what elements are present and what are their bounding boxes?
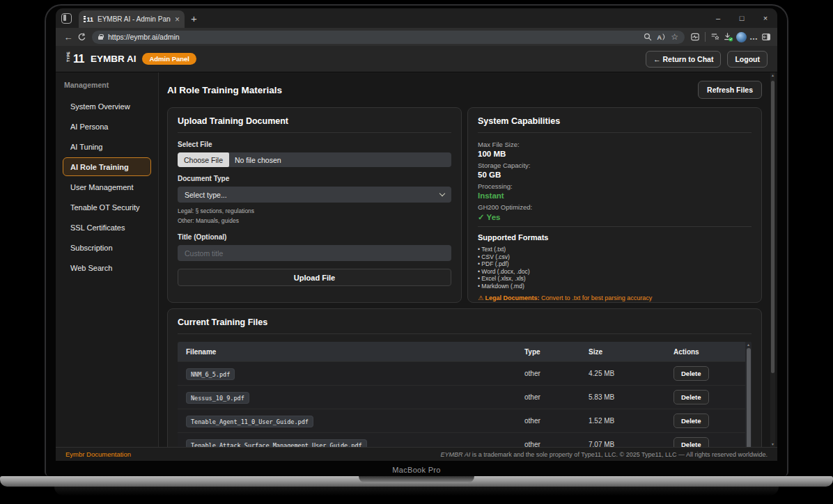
- browser-tab[interactable]: 11 EYMBR AI - Admin Panel ×: [79, 10, 185, 28]
- split-screen-icon[interactable]: [761, 32, 771, 42]
- downloads-icon[interactable]: [723, 32, 733, 42]
- table-scrollbar-thumb[interactable]: [747, 348, 751, 447]
- upload-file-button[interactable]: Upload File: [178, 269, 451, 286]
- choose-file-button[interactable]: Choose File: [178, 152, 229, 167]
- back-icon[interactable]: ←: [62, 33, 75, 42]
- max-file-size-label: Max File Size:: [478, 141, 752, 148]
- new-tab-button[interactable]: +: [191, 13, 197, 24]
- admin-page: TYPE 11 EYMBR AI Admin Panel ← Return to…: [56, 46, 777, 461]
- table-row: Nessus_10_9.pdf other 5.83 MB Delete: [178, 385, 752, 409]
- filename-badge: Nessus_10_9.pdf: [186, 392, 249, 404]
- sidebar-item-ssl-certificates[interactable]: SSL Certificates: [63, 218, 151, 237]
- delete-button[interactable]: Delete: [674, 366, 709, 381]
- filename-badge: Tenable_Attack_Surface_Management_User_G…: [186, 439, 367, 448]
- supported-formats-title: Supported Formats: [478, 233, 752, 242]
- custom-title-input[interactable]: Custom title: [178, 245, 451, 261]
- macbook-mockup: 11 EYMBR AI - Admin Panel × + – □ × ←: [0, 0, 833, 504]
- return-to-chat-button[interactable]: ← Return to Chat: [646, 51, 721, 68]
- tab-close-icon[interactable]: ×: [175, 15, 180, 24]
- lock-icon: [98, 36, 103, 40]
- processing-label: Processing:: [478, 182, 752, 190]
- training-files-card: Current Training Files Filename Type Siz…: [167, 308, 762, 447]
- table-header-row: Filename Type Size Actions: [178, 342, 752, 361]
- scroll-up-icon[interactable]: ▲: [770, 72, 775, 78]
- storage-capacity-value: 50 GB: [478, 171, 752, 179]
- column-actions: Actions: [674, 348, 752, 356]
- app-body: Management System Overview AI Persona AI…: [56, 72, 777, 447]
- delete-button[interactable]: Delete: [674, 437, 709, 447]
- collections-icon[interactable]: [710, 32, 720, 42]
- site-favicon-icon: 11: [84, 16, 93, 23]
- logout-button[interactable]: Logout: [727, 51, 768, 68]
- scroll-up-icon[interactable]: ▲: [745, 342, 752, 347]
- macbook-base: [0, 476, 833, 487]
- supported-formats-list: Text (.txt) CSV (.csv) PDF (.pdf) Word (…: [478, 246, 752, 290]
- main-content: AI Role Training Materials Refresh Files…: [159, 72, 777, 447]
- page-scrollbar-thumb[interactable]: [771, 81, 774, 373]
- storage-capacity-label: Storage Capacity:: [478, 162, 752, 169]
- filename-badge: NNM_6_5.pdf: [186, 368, 235, 380]
- profile-avatar[interactable]: [736, 32, 747, 42]
- refresh-files-button[interactable]: Refresh Files: [698, 81, 762, 99]
- gh200-value: ✓ Yes: [478, 212, 752, 222]
- macbook-label: MacBook Pro: [46, 466, 787, 474]
- warning-icon: ⚠: [478, 294, 483, 301]
- table-row: Tenable_Agent_11_0_User_Guide.pdf other …: [178, 409, 752, 432]
- sidebar-item-ai-role-training[interactable]: AI Role Training: [63, 157, 151, 176]
- files-card-title: Current Training Files: [178, 317, 752, 334]
- sidebar-section-label: Management: [64, 81, 151, 89]
- document-type-label: Document Type: [178, 175, 451, 182]
- sidebar-item-ai-tuning[interactable]: AI Tuning: [63, 137, 151, 156]
- processing-value: Instant: [478, 191, 752, 200]
- sidebar-item-user-management[interactable]: User Management: [63, 178, 151, 196]
- url-text: https://eymbr.ai/admin: [108, 33, 639, 41]
- column-type: Type: [524, 348, 589, 356]
- table-row: NNM_6_5.pdf other 4.25 MB Delete: [178, 361, 752, 385]
- files-table: Filename Type Size Actions NNM_6_5.pdf o…: [178, 342, 752, 447]
- zoom-search-icon[interactable]: [644, 33, 652, 41]
- sidebar-item-subscription[interactable]: Subscription: [63, 238, 151, 257]
- select-file-label: Select File: [178, 141, 451, 148]
- more-options-icon[interactable]: …: [749, 32, 758, 42]
- chevron-down-icon: [439, 191, 445, 196]
- brand-name: EYMBR AI: [91, 54, 137, 64]
- title-optional-label: Title (Optional): [178, 233, 451, 241]
- scroll-down-icon[interactable]: ▼: [770, 441, 775, 447]
- upload-card: Upload Training Document Select File Cho…: [167, 107, 462, 303]
- capabilities-card-title: System Capabilities: [478, 116, 752, 133]
- sidebar-item-tenable-ot-security[interactable]: Tenable OT Security: [63, 198, 151, 216]
- max-file-size-value: 100 MB: [478, 150, 752, 158]
- favorite-star-icon[interactable]: ☆: [671, 33, 678, 41]
- read-aloud-icon[interactable]: A: [657, 33, 666, 41]
- macbook-notch: [359, 476, 474, 483]
- sidebar: Management System Overview AI Persona AI…: [56, 72, 159, 447]
- sidebar-item-system-overview[interactable]: System Overview: [63, 97, 151, 116]
- document-type-select[interactable]: Select type...: [178, 187, 451, 203]
- browser-toolbar: ← https://eymbr.ai/admin A ☆: [56, 28, 777, 46]
- tab-actions-icon[interactable]: [61, 13, 72, 24]
- refresh-icon[interactable]: [77, 33, 86, 42]
- admin-panel-badge: Admin Panel: [142, 53, 196, 65]
- delete-button[interactable]: Delete: [674, 414, 709, 428]
- browser-essentials-icon[interactable]: [690, 32, 700, 42]
- page-scrollbar[interactable]: ▲ ▼: [770, 72, 775, 447]
- file-input[interactable]: Choose File No file chosen: [178, 152, 451, 167]
- sidebar-item-ai-persona[interactable]: AI Persona: [63, 117, 151, 136]
- sidebar-item-web-search[interactable]: Web Search: [63, 258, 151, 277]
- tab-title: EYMBR AI - Admin Panel: [98, 15, 171, 23]
- browser-window: 11 EYMBR AI - Admin Panel × + – □ × ←: [56, 8, 777, 461]
- capabilities-card: System Capabilities Max File Size: 100 M…: [467, 107, 762, 303]
- maximize-button[interactable]: □: [730, 14, 754, 22]
- close-button[interactable]: ×: [754, 14, 777, 22]
- upload-card-title: Upload Training Document: [178, 116, 451, 133]
- address-bar[interactable]: https://eymbr.ai/admin A ☆: [92, 31, 685, 44]
- app-header: TYPE 11 EYMBR AI Admin Panel ← Return to…: [56, 46, 777, 72]
- delete-button[interactable]: Delete: [674, 390, 709, 404]
- table-scrollbar[interactable]: ▲ ▼: [745, 342, 752, 447]
- page-title: AI Role Training Materials: [167, 85, 282, 95]
- filename-badge: Tenable_Agent_11_0_User_Guide.pdf: [186, 416, 313, 427]
- no-file-chosen-text: No file chosen: [235, 156, 281, 164]
- macbook-shadow: [54, 487, 779, 496]
- minimize-button[interactable]: –: [706, 14, 730, 22]
- documentation-link[interactable]: Eymbr Documentation: [65, 450, 131, 458]
